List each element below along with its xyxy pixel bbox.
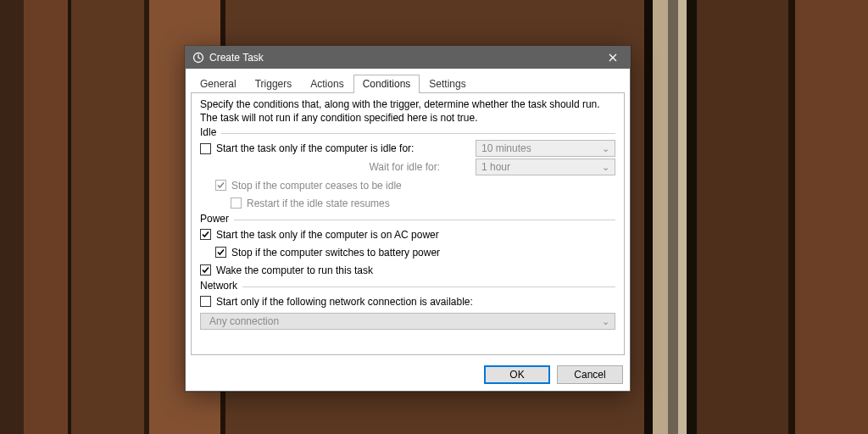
label-stop-if-ceases-idle: Stop if the computer ceases to be idle: [231, 180, 402, 192]
window-title: Create Task: [209, 52, 264, 64]
power-label: Power: [200, 213, 229, 225]
checkbox-stop-if-ceases-idle: [215, 180, 226, 191]
idle-group-header: Idle: [200, 126, 615, 138]
network-group-header: Network: [200, 280, 615, 292]
dialog-footer: OK Cancel: [186, 360, 630, 391]
tab-actions[interactable]: Actions: [301, 75, 353, 93]
tab-settings[interactable]: Settings: [420, 75, 475, 93]
checkbox-restart-if-idle-resumes: [231, 198, 242, 209]
label-stop-on-battery: Stop if the computer switches to battery…: [231, 247, 440, 259]
titlebar[interactable]: Create Task: [186, 47, 630, 69]
tab-conditions[interactable]: Conditions: [353, 75, 420, 93]
checkbox-wake-to-run[interactable]: [200, 264, 211, 275]
create-task-dialog: Create Task General Triggers Actions Con…: [185, 46, 631, 392]
cancel-button[interactable]: Cancel: [557, 365, 623, 384]
checkbox-start-only-if-idle[interactable]: [200, 143, 211, 154]
chevron-down-icon: ⌄: [602, 143, 609, 154]
tab-triggers[interactable]: Triggers: [246, 75, 302, 93]
tab-strip: General Triggers Actions Conditions Sett…: [186, 69, 630, 92]
chevron-down-icon: ⌄: [602, 162, 609, 173]
chevron-down-icon: ⌄: [602, 316, 609, 327]
network-label: Network: [200, 280, 237, 292]
power-group-header: Power: [200, 213, 615, 225]
conditions-panel: Specify the conditions that, along with …: [191, 92, 625, 355]
idle-label: Idle: [200, 126, 216, 138]
conditions-description: Specify the conditions that, along with …: [200, 98, 615, 125]
label-start-only-if-network: Start only if the following network conn…: [216, 296, 473, 308]
checkbox-start-only-if-network[interactable]: [200, 296, 211, 307]
label-wake-to-run: Wake the computer to run this task: [216, 264, 373, 276]
wait-for-idle-combobox[interactable]: 1 hour ⌄: [476, 159, 615, 175]
label-restart-if-idle-resumes: Restart if the idle state resumes: [247, 198, 390, 209]
desktop-background: Create Task General Triggers Actions Con…: [0, 0, 868, 434]
checkbox-start-only-on-ac[interactable]: [200, 229, 211, 240]
tab-general[interactable]: General: [191, 75, 246, 93]
label-start-only-on-ac: Start the task only if the computer is o…: [216, 229, 439, 241]
checkbox-stop-on-battery[interactable]: [215, 247, 226, 258]
network-connection-combobox[interactable]: Any connection ⌄: [200, 313, 615, 330]
ok-button[interactable]: OK: [484, 365, 550, 384]
label-start-only-if-idle: Start the task only if the computer is i…: [216, 142, 414, 154]
clock-icon: [192, 52, 204, 64]
idle-duration-combobox[interactable]: 10 minutes ⌄: [476, 140, 615, 157]
label-wait-for-idle: Wait for idle for:: [218, 161, 440, 173]
close-button[interactable]: [596, 47, 630, 69]
